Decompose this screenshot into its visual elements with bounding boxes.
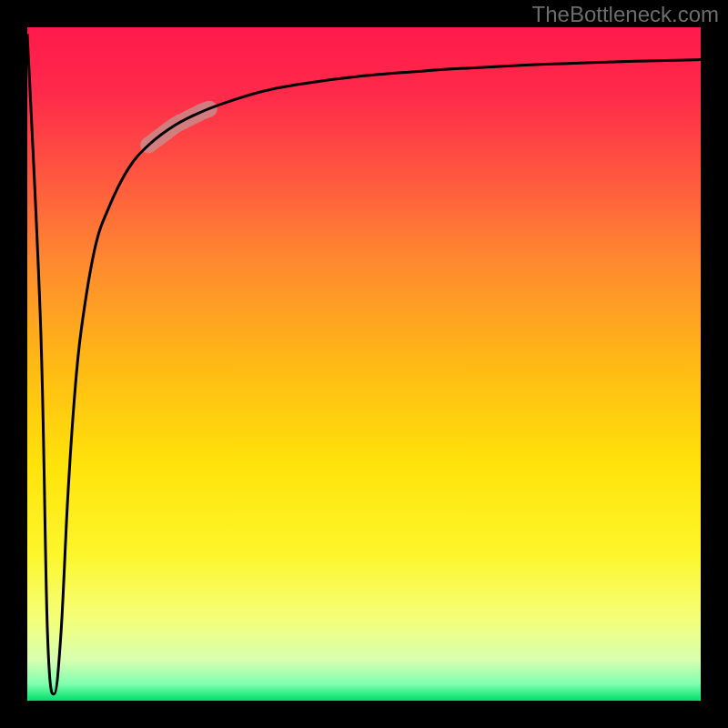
bottleneck-chart bbox=[0, 0, 728, 728]
plot-background bbox=[27, 27, 701, 701]
chart-frame: TheBottleneck.com bbox=[0, 0, 728, 728]
watermark-label: TheBottleneck.com bbox=[532, 2, 719, 27]
